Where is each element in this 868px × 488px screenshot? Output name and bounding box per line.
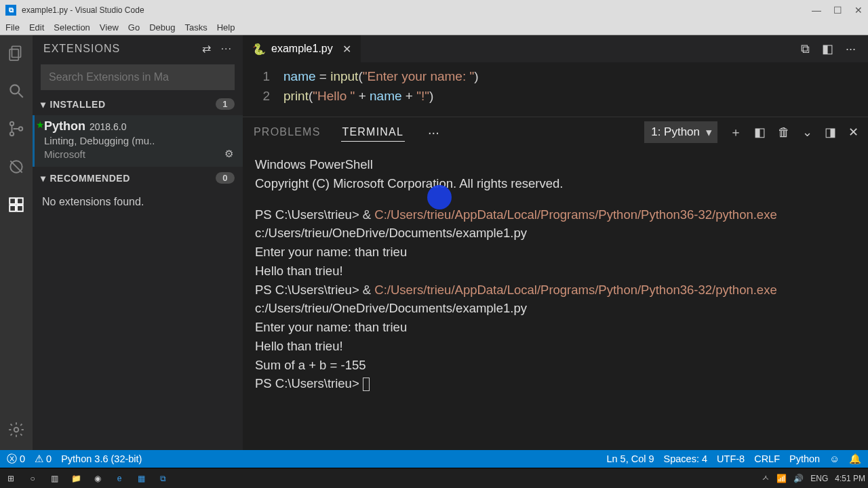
app-icon[interactable]: ▦ [133,472,149,485]
menu-edit[interactable]: Edit [29,22,44,33]
star-icon: ★ [36,119,45,130]
editor-tabs: 🐍 example1.py ✕ ⧉ ◧ ··· [243,35,868,62]
extensions-icon[interactable] [7,195,26,214]
terminal-line: Sum of a + b = -155 [255,356,856,375]
menu-debug[interactable]: Debug [149,22,175,33]
terminal-line: PS C:\Users\trieu> & C:/Users/trieu/AppD… [255,205,856,243]
status-encoding[interactable]: UTF-8 [717,453,745,464]
status-python[interactable]: Python 3.6 (32-bit) [61,453,142,464]
more-actions-icon[interactable]: ··· [221,43,232,55]
explorer-icon[interactable] [7,43,26,62]
extension-publisher: Microsoft [44,148,85,160]
close-window-button[interactable]: ✕ [854,5,863,16]
extension-version: 2018.6.0 [90,121,127,132]
svg-point-13 [14,428,19,432]
code-editor[interactable]: 1 name = input("Enter your name: ") 2 pr… [243,62,868,117]
svg-point-6 [19,127,22,130]
extensions-sidebar: EXTENSIONS ⇄ ··· ▾ INSTALLED 1 ★ Python2… [33,35,243,450]
minimize-button[interactable]: — [812,5,821,16]
tray-volume-icon[interactable]: 🔊 [793,474,804,483]
new-terminal-icon[interactable]: ＋ [730,124,742,140]
svg-rect-0 [12,46,21,57]
tab-example1[interactable]: 🐍 example1.py ✕ [243,35,361,62]
status-eol[interactable]: CRLF [754,453,780,464]
split-editor-icon[interactable]: ◧ [822,41,833,56]
terminal-line: Copyright (C) Microsoft Corporation. All… [255,174,856,193]
split-terminal-icon[interactable]: ◧ [754,125,766,140]
close-panel-icon[interactable]: ✕ [848,125,859,140]
status-ln-col[interactable]: Ln 5, Col 9 [606,453,654,464]
edge-icon[interactable]: e [111,472,127,485]
status-errors[interactable]: ⓧ 0 [7,453,25,466]
recommended-count: 0 [216,172,235,184]
extension-description: Linting, Debugging (mu.. [44,135,233,146]
settings-gear-icon[interactable] [7,420,26,439]
svg-point-2 [10,85,19,94]
terminal-line: Windows PowerShell [255,155,856,174]
menu-help[interactable]: Help [217,22,235,33]
search-icon[interactable] [7,81,26,100]
kill-terminal-icon[interactable]: 🗑 [778,125,790,140]
vscode-taskbar-icon[interactable]: ⧉ [155,472,171,485]
svg-rect-12 [17,205,23,211]
file-explorer-icon[interactable]: 📁 [68,472,84,485]
line-number: 1 [243,66,283,86]
panel-tab-terminal[interactable]: TERMINAL [341,123,406,142]
maximize-panel-icon[interactable]: ◨ [825,125,836,140]
debug-icon[interactable] [7,157,26,176]
python-file-icon: 🐍 [252,43,266,56]
status-spaces[interactable]: Spaces: 4 [664,453,708,464]
svg-point-5 [10,132,14,136]
cortana-icon[interactable]: ○ [24,472,41,485]
activity-bar [0,35,33,450]
tab-filename: example1.py [271,43,333,55]
recommended-section[interactable]: ▾ RECOMMENDED 0 [33,167,243,189]
extension-item-python[interactable]: ★ Python2018.6.0 Linting, Debugging (mu.… [33,115,243,167]
terminal-line: Hello than trieu! [255,337,856,356]
extension-name: Python [44,119,85,133]
notifications-icon[interactable]: 🔔 [849,453,861,465]
sidebar-title: EXTENSIONS [43,43,193,55]
installed-section[interactable]: ▾ INSTALLED 1 [33,93,243,115]
menu-go[interactable]: Go [128,22,140,33]
menu-selection[interactable]: Selection [54,22,90,33]
clear-filter-icon[interactable]: ⇄ [202,42,212,55]
windows-taskbar: ⊞ ○ ▥ 📁 ◉ e ▦ ⧉ ㅅ 📶 🔊 ENG 4:51 PM [0,468,868,488]
tray-clock[interactable]: 4:51 PM [835,474,865,483]
source-control-icon[interactable] [7,119,26,138]
vscode-icon: ⧉ [5,5,16,16]
feedback-icon[interactable]: ☺ [829,453,840,464]
terminal-selector[interactable]: 1: Python [644,121,717,143]
status-bar: ⓧ 0 ⚠ 0 Python 3.6 (32-bit) Ln 5, Col 9 … [0,450,868,468]
editor-more-icon[interactable]: ··· [846,42,856,56]
panel-tab-problems[interactable]: PROBLEMS [252,123,322,141]
svg-rect-10 [17,198,23,204]
chevron-down-icon: ▾ [41,99,46,110]
task-view-icon[interactable]: ▥ [46,472,62,485]
close-tab-icon[interactable]: ✕ [342,43,351,56]
compare-changes-icon[interactable]: ⧉ [801,42,810,56]
menu-tasks[interactable]: Tasks [184,22,207,33]
chrome-icon[interactable]: ◉ [90,472,106,485]
terminal-line: Enter your name: than trieu [255,318,856,337]
start-button[interactable]: ⊞ [3,472,19,485]
chevron-down-icon[interactable]: ⌄ [802,125,812,140]
panel-more-icon[interactable]: ··· [428,125,439,140]
terminal-body[interactable]: Windows PowerShell Copyright (C) Microso… [243,147,868,450]
title-bar: ⧉ example1.py - Visual Studio Code — ☐ ✕ [0,0,868,20]
menu-view[interactable]: View [100,22,119,33]
tray-language[interactable]: ENG [810,474,828,483]
tray-network-icon[interactable]: 📶 [776,474,787,483]
menu-file[interactable]: File [5,22,20,33]
tray-overflow-icon[interactable]: ㅅ [762,472,770,484]
status-warnings[interactable]: ⚠ 0 [35,453,52,464]
no-extensions-text: No extensions found. [33,189,243,215]
panel: PROBLEMS TERMINAL ··· 1: Python ＋ ◧ 🗑 ⌄ … [243,117,868,450]
maximize-button[interactable]: ☐ [833,5,842,16]
cursor-highlight-icon [427,185,452,209]
search-extensions-input[interactable] [41,64,235,90]
manage-extension-icon[interactable]: ⚙ [224,148,233,160]
window-title: example1.py - Visual Studio Code [22,5,812,15]
chevron-down-icon: ▾ [41,173,46,184]
status-language[interactable]: Python [789,453,820,464]
